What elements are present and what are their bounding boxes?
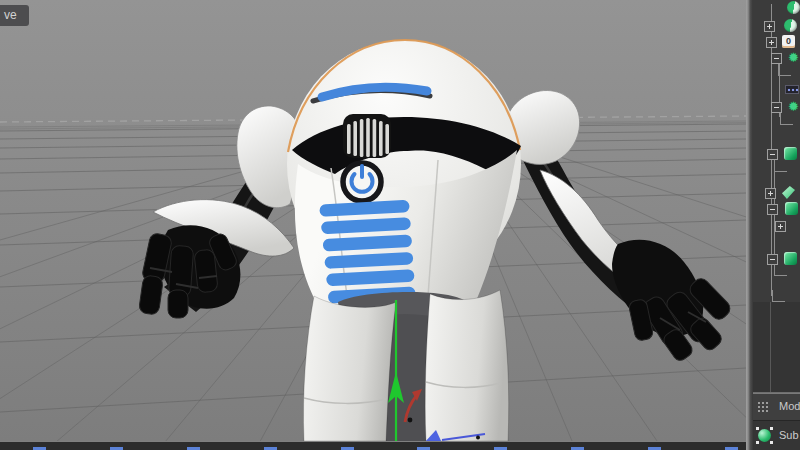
tree-branch-connector [774,264,787,276]
expand-toggle[interactable] [766,37,777,48]
robot-left-hand [138,225,240,318]
timeline-ruler[interactable] [0,441,746,450]
expand-toggle[interactable] [765,188,776,199]
expand-toggle[interactable] [775,221,786,232]
origin-dot [408,418,413,423]
sphere-object-icon[interactable] [784,19,797,32]
object-tree[interactable]: 0✹✹ [753,0,800,302]
mode-menu-label[interactable]: Mod [779,400,800,412]
collapse-toggle[interactable] [767,254,778,265]
collapse-toggle[interactable] [767,204,778,215]
drag-grip-icon[interactable] [757,401,770,413]
object-manager-panel: 0✹✹ Mod Sub [753,0,800,450]
selection-corner [770,441,773,444]
star-object-icon[interactable]: ✹ [787,100,800,113]
robot-right-leg [425,290,509,441]
attribute-manager-mode-bar[interactable]: Mod [753,393,800,420]
wedge-object-icon[interactable] [782,186,795,199]
tree-branch-connector [780,113,793,125]
power-button-icon [343,163,381,201]
selected-object-icon [756,427,773,444]
tree-branch-connector [772,290,785,302]
tree-branch-connector [778,64,791,76]
expand-toggle[interactable] [764,21,775,32]
cube-object-icon[interactable] [785,202,798,215]
star-object-icon[interactable]: ✹ [787,51,800,64]
panel-splitter[interactable] [746,0,753,450]
sphere-object-icon[interactable] [787,1,800,14]
3d-editor-window: ve 0✹✹ Mod Sub [0,0,800,450]
viewport-camera-label[interactable]: ve [0,5,29,26]
collapse-toggle[interactable] [771,53,782,64]
collapse-toggle[interactable] [771,102,782,113]
robot-left-leg [303,296,396,441]
selection-corner [756,427,759,430]
robot-neck-coil [343,114,391,158]
collapse-toggle[interactable] [767,149,778,160]
dots-object-icon[interactable] [785,85,799,94]
selected-object-row[interactable]: Sub [753,420,800,450]
selected-object-label: Sub [779,429,799,441]
tree-branch-connector [774,160,787,172]
3d-viewport[interactable] [0,0,746,441]
panel-frame-line [770,302,771,392]
badge-object-icon[interactable]: 0 [782,35,795,48]
selection-corner [756,441,759,444]
cube-object-icon[interactable] [784,147,797,160]
selection-corner [770,427,773,430]
cube-object-icon[interactable] [784,252,797,265]
object-manager-empty-area[interactable] [753,302,800,393]
